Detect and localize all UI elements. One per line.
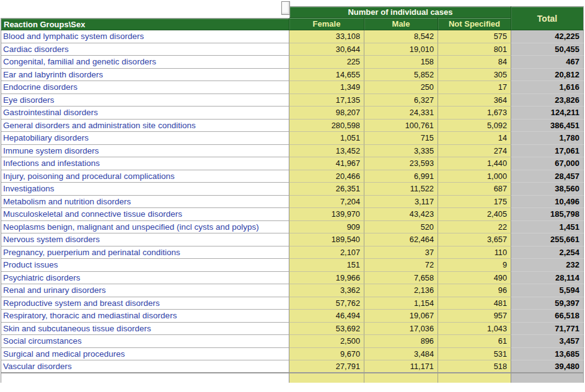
cell-male[interactable]: 62,464 bbox=[364, 233, 438, 246]
cell-male[interactable]: 3,117 bbox=[364, 196, 438, 209]
cell-male[interactable]: 72 bbox=[364, 259, 438, 272]
cell-female[interactable]: 1,349 bbox=[289, 81, 364, 94]
row-label[interactable]: Congenital, familial and genetic disorde… bbox=[1, 56, 289, 69]
cell-female[interactable]: 98,207 bbox=[289, 107, 364, 120]
cell-female[interactable]: 2,500 bbox=[289, 335, 364, 348]
row-label[interactable]: Endocrine disorders bbox=[1, 81, 289, 94]
cell-male[interactable]: 896 bbox=[364, 335, 438, 348]
row-label[interactable]: Vascular disorders bbox=[1, 360, 289, 373]
cell-female[interactable]: 139,970 bbox=[289, 208, 364, 221]
cell-male[interactable]: 7,658 bbox=[364, 272, 438, 285]
cell-female[interactable]: 909 bbox=[289, 221, 364, 234]
row-label[interactable]: Musculoskeletal and connective tissue di… bbox=[1, 208, 289, 221]
cell-not-specified[interactable]: 687 bbox=[438, 183, 511, 196]
row-label[interactable]: Pregnancy, puerperium and perinatal cond… bbox=[1, 246, 289, 259]
cell-male[interactable]: 3,335 bbox=[364, 145, 438, 158]
cell-female[interactable]: 17,135 bbox=[289, 94, 364, 107]
row-label[interactable]: Neoplasms benign, malignant and unspecif… bbox=[1, 221, 289, 234]
cell-not-specified[interactable]: 1,043 bbox=[438, 323, 511, 336]
cell-female[interactable]: 189,540 bbox=[289, 233, 364, 246]
cell-female[interactable]: 20,466 bbox=[289, 170, 364, 183]
cell-male[interactable]: 6,991 bbox=[364, 170, 438, 183]
cell-male[interactable]: 37 bbox=[364, 246, 438, 259]
cell-male[interactable]: 17,036 bbox=[364, 323, 438, 336]
cell-male[interactable]: 5,852 bbox=[364, 69, 438, 82]
cell-female[interactable]: 2,107 bbox=[289, 246, 364, 259]
cell-male[interactable]: 3,484 bbox=[364, 348, 438, 361]
cell-male[interactable]: 100,761 bbox=[364, 120, 438, 133]
row-label[interactable]: Ear and labyrinth disorders bbox=[1, 69, 289, 82]
cell-male[interactable]: 2,136 bbox=[364, 284, 438, 297]
cell-male[interactable]: 158 bbox=[364, 56, 438, 69]
row-label[interactable]: Social circumstances bbox=[1, 335, 289, 348]
row-label[interactable]: Injury, poisoning and procedural complic… bbox=[1, 170, 289, 183]
cell-female[interactable]: 14,655 bbox=[289, 69, 364, 82]
cell-not-specified[interactable]: 364 bbox=[438, 94, 511, 107]
cell-female[interactable]: 33,108 bbox=[289, 30, 364, 43]
cell-male[interactable]: 6,327 bbox=[364, 94, 438, 107]
row-label[interactable]: Psychiatric disorders bbox=[1, 272, 289, 285]
cell-male[interactable]: 11,522 bbox=[364, 183, 438, 196]
cell-male[interactable]: 250 bbox=[364, 81, 438, 94]
cell-male[interactable]: 24,331 bbox=[364, 107, 438, 120]
row-label[interactable]: Blood and lymphatic system disorders bbox=[1, 30, 289, 43]
cell-not-specified[interactable]: 1,440 bbox=[438, 157, 511, 170]
cell-female[interactable]: 7,204 bbox=[289, 196, 364, 209]
row-label[interactable]: Skin and subcutaneous tissue disorders bbox=[1, 323, 289, 336]
cell-not-specified[interactable]: 96 bbox=[438, 284, 511, 297]
cell-female[interactable]: 280,598 bbox=[289, 120, 364, 133]
cell-female[interactable]: 225 bbox=[289, 56, 364, 69]
row-label[interactable]: Respiratory, thoracic and mediastinal di… bbox=[1, 310, 289, 323]
cell-female[interactable]: 46,494 bbox=[289, 310, 364, 323]
cell-not-specified[interactable]: 84 bbox=[438, 56, 511, 69]
cell-male[interactable]: 520 bbox=[364, 221, 438, 234]
row-label[interactable]: Product issues bbox=[1, 259, 289, 272]
row-label[interactable]: Cardiac disorders bbox=[1, 43, 289, 56]
cell-not-specified[interactable]: 957 bbox=[438, 310, 511, 323]
cell-not-specified[interactable]: 274 bbox=[438, 145, 511, 158]
row-label[interactable]: Surgical and medical procedures bbox=[1, 348, 289, 361]
row-label[interactable]: Gastrointestinal disorders bbox=[1, 107, 289, 120]
cell-female[interactable]: 26,351 bbox=[289, 183, 364, 196]
cell-male[interactable]: 43,423 bbox=[364, 208, 438, 221]
cell-male[interactable]: 19,010 bbox=[364, 43, 438, 56]
cell-female[interactable]: 57,762 bbox=[289, 297, 364, 310]
cell-not-specified[interactable]: 22 bbox=[438, 221, 511, 234]
cell-not-specified[interactable]: 110 bbox=[438, 246, 511, 259]
cell-not-specified[interactable]: 801 bbox=[438, 43, 511, 56]
cell-female[interactable]: 53,692 bbox=[289, 323, 364, 336]
row-label[interactable]: Immune system disorders bbox=[1, 145, 289, 158]
cell-not-specified[interactable]: 17 bbox=[438, 81, 511, 94]
cell-male[interactable]: 8,542 bbox=[364, 30, 438, 43]
cell-female[interactable]: 1,051 bbox=[289, 132, 364, 145]
cell-not-specified[interactable]: 575 bbox=[438, 30, 511, 43]
row-label[interactable]: Metabolism and nutrition disorders bbox=[1, 196, 289, 209]
row-label[interactable]: Eye disorders bbox=[1, 94, 289, 107]
cell-not-specified[interactable]: 2,405 bbox=[438, 208, 511, 221]
row-label[interactable]: General disorders and administration sit… bbox=[1, 120, 289, 133]
cell-female[interactable]: 9,670 bbox=[289, 348, 364, 361]
cell-female[interactable]: 151 bbox=[289, 259, 364, 272]
row-label[interactable]: Hepatobiliary disorders bbox=[1, 132, 289, 145]
row-label[interactable]: Nervous system disorders bbox=[1, 233, 289, 246]
cell-not-specified[interactable]: 1,000 bbox=[438, 170, 511, 183]
cell-female[interactable]: 13,452 bbox=[289, 145, 364, 158]
cell-male[interactable]: 19,067 bbox=[364, 310, 438, 323]
cell-not-specified[interactable]: 518 bbox=[438, 360, 511, 373]
cell-male[interactable]: 715 bbox=[364, 132, 438, 145]
cell-not-specified[interactable]: 9 bbox=[438, 259, 511, 272]
cell-female[interactable]: 41,967 bbox=[289, 157, 364, 170]
cell-not-specified[interactable]: 5,092 bbox=[438, 120, 511, 133]
cell-not-specified[interactable]: 3,657 bbox=[438, 233, 511, 246]
cell-female[interactable]: 30,644 bbox=[289, 43, 364, 56]
cell-male[interactable]: 11,171 bbox=[364, 360, 438, 373]
row-label[interactable]: Renal and urinary disorders bbox=[1, 284, 289, 297]
cell-not-specified[interactable]: 531 bbox=[438, 348, 511, 361]
cell-not-specified[interactable]: 481 bbox=[438, 297, 511, 310]
cell-not-specified[interactable]: 175 bbox=[438, 196, 511, 209]
cell-female[interactable]: 3,362 bbox=[289, 284, 364, 297]
cell-male[interactable]: 1,154 bbox=[364, 297, 438, 310]
cell-not-specified[interactable]: 14 bbox=[438, 132, 511, 145]
row-label[interactable]: Infections and infestations bbox=[1, 157, 289, 170]
cell-not-specified[interactable]: 305 bbox=[438, 69, 511, 82]
